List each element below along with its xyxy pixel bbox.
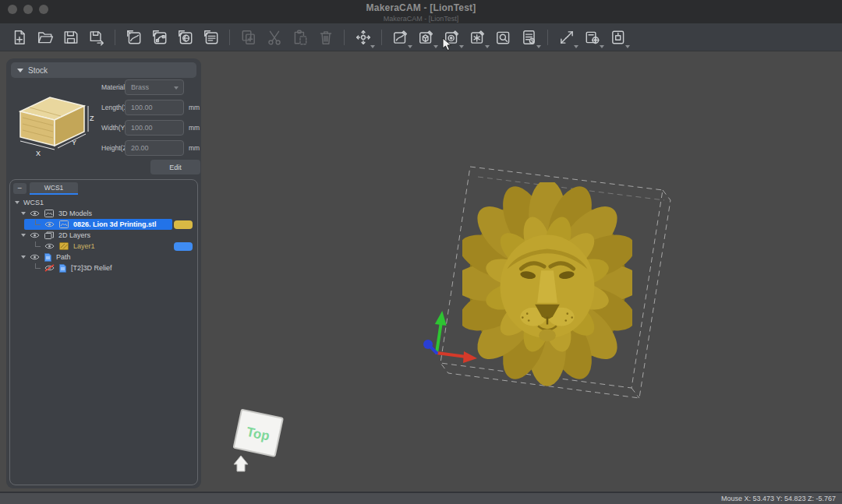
open-file-button[interactable] bbox=[34, 26, 57, 49]
remove-wcs-button[interactable]: − bbox=[13, 183, 27, 194]
new-file-icon bbox=[11, 29, 28, 46]
new-2d-path-icon bbox=[392, 29, 409, 46]
eye-visible-icon[interactable] bbox=[44, 242, 55, 250]
height-row: Height(Z) 20.00 mm bbox=[6, 140, 201, 156]
export-gcode-button[interactable] bbox=[607, 26, 630, 49]
eye-hidden-icon[interactable] bbox=[44, 264, 55, 272]
import-vector-button[interactable] bbox=[148, 26, 172, 49]
dropdown-arrow-icon[interactable] bbox=[600, 45, 604, 48]
import-gcode-button[interactable] bbox=[200, 26, 223, 49]
dropdown-arrow-icon[interactable] bbox=[574, 45, 578, 48]
copy-icon bbox=[240, 29, 257, 46]
height-input[interactable]: 20.00 bbox=[125, 140, 184, 156]
paste-button bbox=[288, 26, 312, 49]
title-bar: MakeraCAM - [LionTest] MakeraCAM - [Lion… bbox=[0, 0, 842, 23]
stock-section-title: Stock bbox=[28, 66, 48, 75]
new-drill-path-icon bbox=[444, 29, 461, 46]
tree-item-label: 2D Layers bbox=[58, 231, 90, 239]
save-as-button[interactable] bbox=[85, 26, 108, 49]
new-file-button[interactable] bbox=[8, 26, 31, 49]
preview-path-icon bbox=[495, 29, 512, 46]
new-3d-path-icon bbox=[418, 29, 435, 46]
view-home-arrow-icon bbox=[234, 456, 248, 471]
tree-item-label: Path bbox=[56, 253, 71, 261]
view-cube-top[interactable]: Top bbox=[226, 406, 292, 481]
path-file-icon bbox=[44, 253, 51, 262]
edit-stock-button[interactable]: Edit bbox=[150, 160, 200, 174]
lion-relief-model[interactable] bbox=[462, 182, 632, 386]
color-swatch[interactable] bbox=[174, 220, 193, 229]
left-panel: Stock X Z Y Material Brass bbox=[6, 58, 201, 488]
scene-tree: WCS13D Models0826. Lion 3d Printing.stl2… bbox=[10, 197, 197, 273]
expander-icon[interactable] bbox=[21, 234, 26, 237]
tree-elbow bbox=[35, 263, 41, 269]
color-swatch[interactable] bbox=[174, 242, 193, 251]
tree-elbow bbox=[35, 220, 41, 225]
width-label: Width(Y) bbox=[101, 124, 127, 132]
new-drill-path-button[interactable] bbox=[440, 26, 464, 49]
dropdown-arrow-icon[interactable] bbox=[625, 45, 630, 48]
tree-row[interactable]: [T2]3D Relief bbox=[10, 263, 197, 273]
material-select[interactable]: Brass bbox=[125, 79, 184, 95]
length-row: Length(X) 100.00 mm bbox=[6, 100, 201, 115]
tree-item-label: Layer1 bbox=[73, 242, 95, 250]
length-unit: mm bbox=[189, 104, 200, 111]
dropdown-arrow-icon[interactable] bbox=[408, 45, 412, 48]
fit-view-button[interactable] bbox=[555, 26, 578, 49]
delete-icon bbox=[317, 29, 334, 46]
dropdown-arrow-icon[interactable] bbox=[536, 45, 541, 48]
dropdown-arrow-icon[interactable] bbox=[433, 45, 438, 48]
save-file-button[interactable] bbox=[59, 26, 83, 49]
export-gcode-icon bbox=[610, 29, 627, 46]
tree-row[interactable]: Path bbox=[10, 252, 197, 263]
tree-item-label: 3D Models bbox=[58, 210, 92, 217]
stock-section-header[interactable]: Stock bbox=[11, 62, 196, 78]
window-subtitle: MakeraCAM - [LionTest] bbox=[0, 15, 842, 23]
eye-visible-icon[interactable] bbox=[30, 231, 40, 239]
tree-row[interactable]: Layer1 bbox=[10, 241, 197, 252]
import-vector-icon bbox=[151, 29, 168, 46]
new-3d-path-button[interactable] bbox=[415, 26, 438, 49]
dropdown-arrow-icon[interactable] bbox=[485, 45, 490, 48]
toolbar-separator bbox=[115, 30, 115, 45]
simulate-button[interactable] bbox=[581, 26, 604, 49]
layer-icon bbox=[59, 242, 69, 250]
dropdown-arrow-icon[interactable] bbox=[459, 45, 464, 48]
toolbar-separator bbox=[229, 30, 230, 45]
open-file-icon bbox=[37, 29, 54, 46]
length-input[interactable]: 100.00 bbox=[125, 100, 184, 115]
material-row: Material Brass bbox=[6, 79, 201, 95]
import-gcode-icon bbox=[203, 29, 220, 46]
width-row: Width(Y) 100.00 mm bbox=[6, 120, 201, 136]
eye-visible-icon[interactable] bbox=[30, 210, 40, 217]
import-model-button[interactable] bbox=[174, 26, 197, 49]
new-2d-path-button[interactable] bbox=[389, 26, 412, 49]
import-curve-button[interactable] bbox=[122, 26, 146, 49]
gcode-list-button[interactable] bbox=[518, 26, 541, 49]
tree-row[interactable]: 3D Models bbox=[10, 208, 197, 219]
tab-wcs1[interactable]: WCS1 bbox=[30, 182, 78, 195]
expander-icon[interactable] bbox=[21, 212, 26, 215]
expander-icon[interactable] bbox=[15, 201, 19, 204]
tree-elbow bbox=[35, 241, 41, 247]
transform-button[interactable] bbox=[352, 26, 375, 49]
viewport-3d[interactable]: Top Stock X Z Y bbox=[0, 52, 842, 492]
height-unit: mm bbox=[189, 144, 200, 152]
toolbar-separator bbox=[344, 30, 345, 45]
eye-visible-icon[interactable] bbox=[44, 220, 55, 228]
mouse-coordinates-readout: Mouse X: 53.473 Y: 54.823 Z: -5.767 bbox=[721, 495, 836, 502]
dropdown-arrow-icon[interactable] bbox=[370, 45, 375, 48]
expander-icon[interactable] bbox=[21, 256, 26, 259]
new-mill-path-icon bbox=[469, 29, 486, 46]
preview-path-button[interactable] bbox=[492, 26, 515, 49]
save-as-icon bbox=[88, 29, 105, 46]
width-input[interactable]: 100.00 bbox=[125, 120, 184, 136]
layers-icon bbox=[44, 231, 54, 239]
tree-row[interactable]: 0826. Lion 3d Printing.stl bbox=[10, 219, 197, 230]
gcode-list-icon bbox=[521, 29, 538, 46]
new-mill-path-button[interactable] bbox=[466, 26, 490, 49]
transform-icon bbox=[355, 29, 372, 46]
eye-visible-icon[interactable] bbox=[30, 253, 40, 261]
tree-row[interactable]: WCS1 bbox=[10, 197, 197, 208]
tree-row[interactable]: 2D Layers bbox=[10, 230, 197, 241]
